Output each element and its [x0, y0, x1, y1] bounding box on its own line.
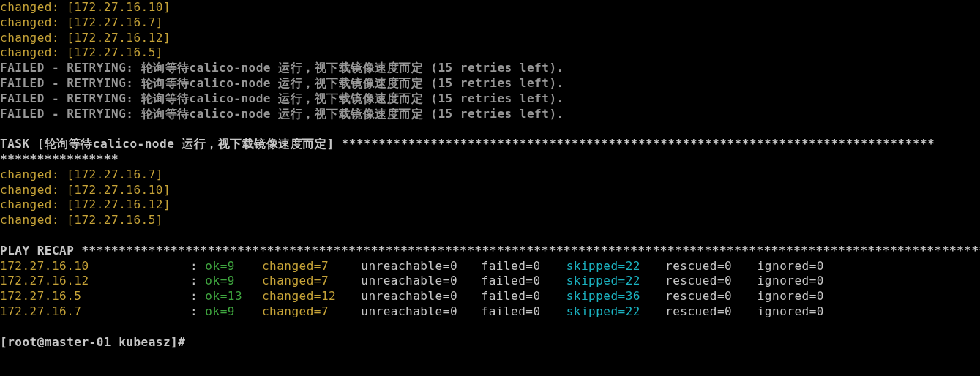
recap-host: 172.27.16.12: [0, 274, 190, 289]
recap-ok: ok=9: [205, 304, 254, 320]
recap-unreachable: unreachable=0: [361, 304, 474, 320]
failed-retry-line: FAILED - RETRYING: 轮询等待calico-node 运行，视下…: [0, 76, 564, 90]
recap-row: 172.27.16.5: ok=13 changed=12 unreachabl…: [0, 289, 824, 303]
changed-line: changed: [172.27.16.12]: [0, 31, 171, 45]
recap-skipped: skipped=36: [566, 289, 658, 304]
recap-unreachable: unreachable=0: [361, 259, 474, 274]
changed-line: changed: [172.27.16.7]: [0, 168, 163, 181]
recap-skipped: skipped=22: [566, 259, 658, 274]
recap-row: 172.27.16.7: ok=9 changed=7 unreachable=…: [0, 304, 824, 318]
recap-rescued: rescued=0: [665, 259, 750, 274]
recap-ok: ok=9: [205, 259, 254, 274]
recap-host: 172.27.16.10: [0, 259, 190, 274]
changed-line: changed: [172.27.16.10]: [0, 183, 171, 197]
failed-retry-line: FAILED - RETRYING: 轮询等待calico-node 运行，视下…: [0, 61, 564, 75]
recap-unreachable: unreachable=0: [361, 274, 474, 289]
recap-rescued: rescued=0: [665, 304, 750, 320]
changed-line: changed: [172.27.16.5]: [0, 213, 163, 227]
task-header-cont: ****************: [0, 152, 119, 166]
recap-host: 172.27.16.5: [0, 289, 190, 304]
shell-prompt[interactable]: [root@master-01 kubeasz]#: [0, 335, 185, 349]
recap-skipped: skipped=22: [566, 304, 658, 320]
changed-line: changed: [172.27.16.10]: [0, 0, 171, 14]
recap-ignored: ignored=0: [758, 259, 824, 273]
recap-changed: changed=7: [262, 274, 354, 289]
recap-failed: failed=0: [482, 289, 559, 304]
recap-ok: ok=13: [205, 289, 254, 304]
recap-row: 172.27.16.10: ok=9 changed=7 unreachable…: [0, 259, 824, 273]
recap-changed: changed=7: [262, 259, 354, 274]
failed-retry-line: FAILED - RETRYING: 轮询等待calico-node 运行，视下…: [0, 107, 564, 121]
recap-unreachable: unreachable=0: [361, 289, 474, 304]
recap-failed: failed=0: [482, 274, 559, 289]
recap-failed: failed=0: [482, 259, 559, 274]
recap-changed: changed=7: [262, 304, 354, 320]
changed-line: changed: [172.27.16.7]: [0, 15, 163, 29]
recap-changed: changed=12: [262, 289, 354, 304]
terminal[interactable]: changed: [172.27.16.10] changed: [172.27…: [0, 0, 980, 350]
recap-row: 172.27.16.12: ok=9 changed=7 unreachable…: [0, 274, 824, 287]
changed-line: changed: [172.27.16.5]: [0, 45, 163, 59]
changed-line: changed: [172.27.16.12]: [0, 198, 171, 211]
recap-ignored: ignored=0: [758, 304, 824, 318]
recap-rescued: rescued=0: [665, 274, 750, 289]
recap-rescued: rescued=0: [665, 289, 750, 304]
recap-failed: failed=0: [482, 304, 559, 320]
recap-ok: ok=9: [205, 274, 254, 289]
recap-host: 172.27.16.7: [0, 304, 190, 320]
recap-ignored: ignored=0: [758, 274, 824, 287]
terminal-output: changed: [172.27.16.10] changed: [172.27…: [0, 0, 980, 350]
failed-retry-line: FAILED - RETRYING: 轮询等待calico-node 运行，视下…: [0, 91, 564, 105]
recap-ignored: ignored=0: [758, 289, 824, 303]
task-header: TASK [轮询等待calico-node 运行，视下载镜像速度而定] ****…: [0, 137, 935, 151]
play-recap-header: PLAY RECAP *****************************…: [0, 244, 980, 257]
recap-skipped: skipped=22: [566, 274, 658, 289]
